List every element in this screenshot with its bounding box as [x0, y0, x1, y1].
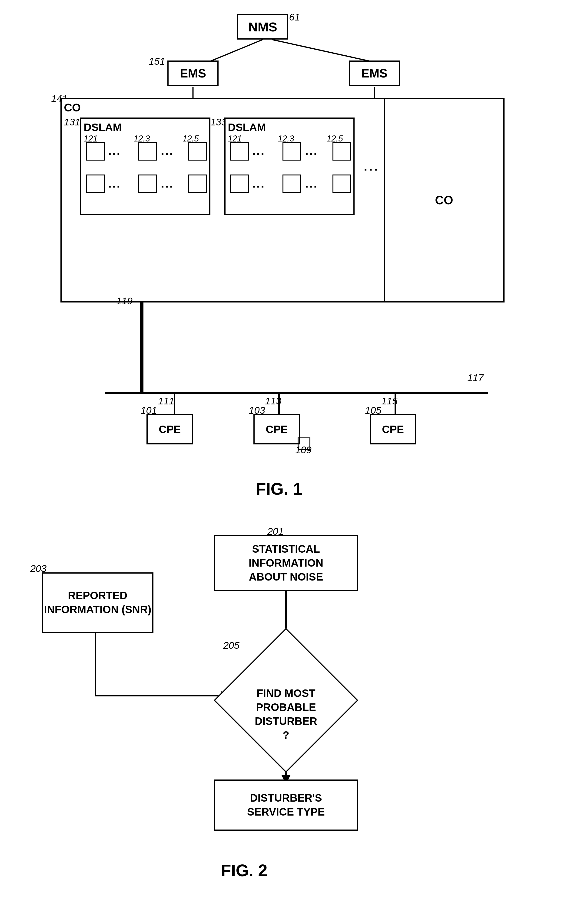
- ref-151: 151: [149, 56, 165, 67]
- dslam-left-title: DSLAM: [84, 121, 122, 133]
- reported-info-box: REPORTED INFORMATION (SNR): [42, 572, 153, 633]
- ref-117: 117: [467, 372, 484, 383]
- svg-line-0: [209, 40, 263, 62]
- diamond-label: FIND MOST PROBABLE DISTURBER ?: [255, 686, 317, 742]
- fig1-caption: FIG. 1: [256, 479, 302, 498]
- small-box-123a-2: [138, 175, 157, 193]
- small-box-121b: [230, 142, 249, 161]
- small-box-123b: [283, 142, 301, 161]
- ems-right-box: EMS: [349, 61, 400, 86]
- stat-info-label: STATISTICAL INFORMATION ABOUT NOISE: [215, 542, 357, 584]
- stat-info-box: STATISTICAL INFORMATION ABOUT NOISE: [214, 535, 358, 591]
- cpe-101-label: CPE: [159, 423, 181, 436]
- dots-2b: ...: [305, 144, 318, 158]
- small-box-121a: [86, 142, 105, 161]
- fig2-caption: FIG. 2: [221, 861, 267, 880]
- ref-111: 111: [158, 396, 174, 407]
- dots-3b: ...: [252, 176, 265, 190]
- dots-co-right: ...: [364, 159, 379, 173]
- small-box-125b: [333, 142, 351, 161]
- small-box-125b-2: [333, 175, 351, 193]
- co-right-label: CO: [435, 193, 453, 207]
- ref-113: 113: [265, 396, 281, 407]
- cpe-105-label: CPE: [382, 423, 404, 436]
- dots-4b: ...: [305, 176, 318, 190]
- cpe-103-box: CPE: [254, 414, 300, 444]
- dots-1a: ...: [108, 144, 121, 158]
- cpe-105-box: CPE: [370, 414, 416, 444]
- cpe-101-box: CPE: [147, 414, 193, 444]
- disturber-box: DISTURBER'S SERVICE TYPE: [214, 779, 358, 831]
- small-box-125a-2: [188, 175, 207, 193]
- page: 161 NMS 151 EMS EMS 141 CO 131 133 DSLAM: [0, 0, 588, 897]
- dslam-left-box: DSLAM 121 ... 12.3 ... 12.5 ... ...: [80, 118, 211, 215]
- ems-left-label: EMS: [180, 66, 206, 80]
- dots-3a: ...: [108, 176, 121, 190]
- co-outer-label: CO: [64, 101, 81, 114]
- modem-icon: [298, 438, 310, 450]
- diamond-text: FIND MOST PROBABLE DISTURBER ?: [226, 654, 347, 775]
- ref-131: 131: [64, 116, 80, 128]
- small-box-121b-2: [230, 175, 249, 193]
- small-box-121a-2: [86, 175, 105, 193]
- dslam-right-box: DSLAM 121 ... 12.3 ... 12.5 ... ...: [225, 118, 354, 215]
- ems-left-box: EMS: [167, 61, 218, 86]
- small-box-125a: [188, 142, 207, 161]
- cpe-103-label: CPE: [266, 423, 288, 436]
- fig1-diagram: 161 NMS 151 EMS EMS 141 CO 131 133 DSLAM: [46, 9, 535, 521]
- disturber-label: DISTURBER'S SERVICE TYPE: [247, 791, 325, 819]
- small-box-123b-2: [283, 175, 301, 193]
- reported-info-label: REPORTED INFORMATION (SNR): [44, 589, 151, 617]
- ref-205: 205: [223, 640, 240, 651]
- small-box-123a: [138, 142, 157, 161]
- nms-box: NMS: [237, 14, 288, 40]
- ref-119: 119: [116, 295, 133, 307]
- co-right-box: CO: [383, 98, 504, 303]
- ems-right-label: EMS: [361, 66, 388, 80]
- dslam-right-title: DSLAM: [228, 121, 266, 133]
- fig2-diagram: 201 STATISTICAL INFORMATION ABOUT NOISE …: [23, 524, 558, 884]
- dots-1b: ...: [252, 144, 265, 158]
- dots-4a: ...: [161, 176, 174, 190]
- svg-line-1: [272, 40, 372, 62]
- nms-label: NMS: [248, 19, 277, 34]
- dots-2a: ...: [161, 144, 174, 158]
- ref-115: 115: [381, 396, 397, 407]
